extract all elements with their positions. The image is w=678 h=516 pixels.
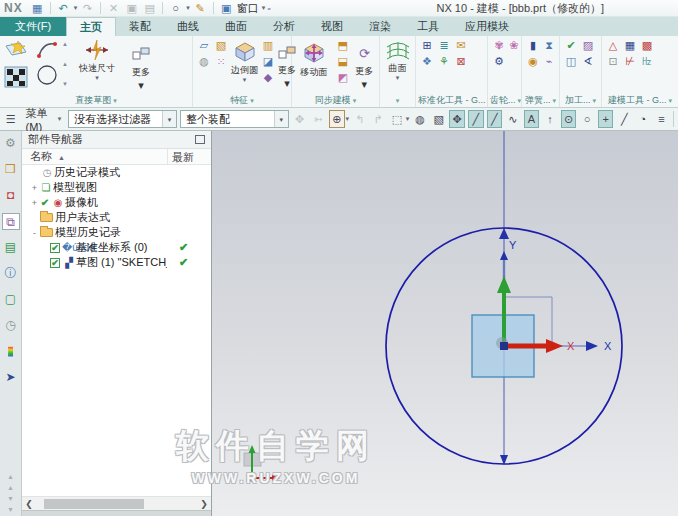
window-menu-label[interactable]: 窗口 xyxy=(237,1,259,16)
move-face-button[interactable]: 移动面 xyxy=(295,38,333,79)
reuse-library-icon[interactable]: ▤ xyxy=(2,239,20,256)
selection-filter-combo[interactable]: 没有选择过滤器 ▾ xyxy=(68,110,177,128)
menu-button[interactable]: 菜单(M) ▾ xyxy=(22,110,66,128)
internet-navigator-icon[interactable]: ▢ xyxy=(2,291,20,308)
scroll-left-icon[interactable]: ❮ xyxy=(22,499,36,509)
tab-tools[interactable]: 工具 xyxy=(404,17,452,36)
gear-pair-icon[interactable]: ⚙ xyxy=(491,54,507,69)
checkbox-checked[interactable]: ✔ xyxy=(50,258,60,268)
draft-icon[interactable]: ◆ xyxy=(260,70,276,85)
export-icon[interactable]: ⊠ xyxy=(453,54,469,69)
midpoint-snap-icon[interactable]: ╱ xyxy=(487,110,503,128)
group-label-surface[interactable] xyxy=(380,94,415,107)
tree-row-sketch[interactable]: ✔ ▞ 草图 (1) "SKETCH_... ✔ xyxy=(22,255,211,270)
tab-analysis[interactable]: 分析 xyxy=(260,17,308,36)
rapid-dimension-button[interactable]: 快速尺寸 ▾ xyxy=(71,38,123,80)
point-on-face-snap-icon[interactable]: ◔ xyxy=(635,110,651,128)
ratio-icon[interactable]: ㎐ xyxy=(639,54,655,69)
scroll-right-icon[interactable]: ❯ xyxy=(197,499,211,509)
direct-sketch-more-button[interactable]: 更多 ▾ xyxy=(125,38,157,92)
tree-row-model-views[interactable]: + ❏ 模型视图 xyxy=(22,180,211,195)
cylinder-gear-icon[interactable]: ✾ xyxy=(491,38,507,53)
tab-file[interactable]: 文件(F) xyxy=(0,17,66,36)
circle-tool-icon[interactable]: ○ xyxy=(168,1,183,15)
group-label-spring[interactable]: 弹簧... xyxy=(522,94,559,107)
expander-icon[interactable]: - xyxy=(30,228,39,238)
bevel-gear-icon[interactable]: ❀ xyxy=(506,38,522,53)
marquee-select-icon[interactable]: ⬚ xyxy=(389,110,405,128)
panel-horizontal-scrollbar[interactable]: ❮ ❯ xyxy=(22,496,211,510)
part-family-icon[interactable]: ≣ xyxy=(436,38,452,53)
tab-surface[interactable]: 曲面 xyxy=(212,17,260,36)
assembly-navigator-icon[interactable]: ❒ xyxy=(2,161,20,178)
history-palette-icon[interactable]: ◷ xyxy=(2,317,20,334)
finish-sketch-icon[interactable] xyxy=(3,65,29,89)
group-label-gear[interactable]: 齿轮... xyxy=(488,94,521,107)
menu-icon[interactable]: ☰ xyxy=(3,110,19,128)
setup-icon[interactable]: ∢ xyxy=(580,54,596,69)
hole-icon[interactable]: ◍ xyxy=(196,54,212,69)
move-component-icon[interactable]: ➳ xyxy=(310,110,326,128)
stock-icon[interactable]: ▨ xyxy=(580,38,596,53)
group-label-sync-modeling[interactable]: 同步建模 xyxy=(292,94,379,107)
circle-icon[interactable] xyxy=(35,63,59,87)
roles-palette-icon[interactable]: ▮ xyxy=(2,343,20,360)
fixture-icon[interactable]: ◫ xyxy=(563,54,579,69)
group-label-modeling-tools[interactable]: 建模工具 - G... xyxy=(602,94,678,107)
undo-selection-icon[interactable]: ↰ xyxy=(352,110,368,128)
panel-pin-icon[interactable] xyxy=(195,135,205,144)
expander-icon[interactable]: + xyxy=(30,183,39,193)
sketch-tools-arrows[interactable]: ▲▲▼ xyxy=(61,38,69,90)
shaded-sphere-icon[interactable]: ◍ xyxy=(412,110,428,128)
endpoint-snap-icon[interactable]: ╱ xyxy=(468,110,484,128)
replace-icon[interactable]: ⚘ xyxy=(436,54,452,69)
tab-render[interactable]: 渲染 xyxy=(356,17,404,36)
part-navigator-icon[interactable]: ⧉ xyxy=(2,213,20,230)
check-part-icon[interactable]: ✔ xyxy=(563,38,579,53)
curve-list-icon[interactable]: ≡ xyxy=(654,110,670,128)
attribute-icon[interactable]: ❖ xyxy=(419,54,435,69)
roles-gear-icon[interactable]: ⚙ xyxy=(2,135,20,152)
group-label-machining[interactable]: 加工... xyxy=(560,94,601,107)
selection-scope-combo[interactable]: 整个装配 ▾ xyxy=(180,110,289,128)
work-cube-icon[interactable]: ▧ xyxy=(431,110,447,128)
window-icon[interactable]: ▣ xyxy=(219,1,234,15)
group-label-feature[interactable]: 特征 xyxy=(193,94,291,107)
align-dim-icon[interactable]: ⊬ xyxy=(622,54,638,69)
redo-selection-icon[interactable]: ↱ xyxy=(371,110,387,128)
expander-icon[interactable]: + xyxy=(30,198,39,208)
sketch-icon[interactable] xyxy=(3,38,29,64)
circle-dropdown-icon[interactable]: ▾ xyxy=(186,4,190,12)
extrude-icon[interactable]: ▧ xyxy=(213,38,229,53)
tab-home[interactable]: 主页 xyxy=(66,17,116,36)
cut-icon[interactable]: ✕ xyxy=(106,1,121,15)
tree-row-cameras[interactable]: + ✔ ◉ 摄像机 xyxy=(22,195,211,210)
circle-center-snap-icon[interactable]: ○ xyxy=(579,110,595,128)
tree-row-model-history[interactable]: - 模型历史记录 xyxy=(22,225,211,240)
delete-face-icon[interactable]: ◩ xyxy=(335,70,351,85)
graphics-window[interactable]: Y X X X xyxy=(212,131,678,516)
tree-row-history-mode[interactable]: ◷ 历史记录模式 xyxy=(22,165,211,180)
arc-center-snap-icon[interactable]: ↑ xyxy=(542,110,558,128)
redo-icon[interactable]: ↷ xyxy=(80,1,95,15)
pattern-icon[interactable]: ⁙ xyxy=(213,54,229,69)
hook-spring-icon[interactable]: ⌁ xyxy=(541,54,557,69)
disc-spring-icon[interactable]: ◉ xyxy=(525,54,541,69)
shell-icon[interactable]: ◪ xyxy=(260,54,276,69)
grid-b-icon[interactable]: ▩ xyxy=(639,38,655,53)
triangle-tool-icon[interactable]: △ xyxy=(605,38,621,53)
tree-row-datum-csys[interactable]: ✔ �únde; 基准坐标系 (0) ✔ xyxy=(22,240,211,255)
origin-point[interactable] xyxy=(500,342,508,350)
constraint-navigator-icon[interactable]: ◘ xyxy=(2,187,20,204)
save-icon[interactable]: ▦ xyxy=(30,1,45,15)
grid-a-icon[interactable]: ▦ xyxy=(622,38,638,53)
edge-blend-button[interactable]: 边倒圆 ▾ xyxy=(231,38,258,82)
tree-row-user-expressions[interactable]: 用户表达式 xyxy=(22,210,211,225)
point-on-curve-snap-icon[interactable]: ╱ xyxy=(616,110,632,128)
group-label-std-tools[interactable]: 标准化工具 - G... xyxy=(416,94,487,107)
assembly-constraints-icon[interactable]: ✥ xyxy=(292,110,308,128)
tab-assemblies[interactable]: 装配 xyxy=(116,17,164,36)
column-name[interactable]: 名称▲ xyxy=(22,149,167,164)
paste-icon[interactable]: ▤ xyxy=(142,1,157,15)
resource-bar-scroll[interactable]: ▲ ▲ ▼ ▼ xyxy=(7,473,14,516)
